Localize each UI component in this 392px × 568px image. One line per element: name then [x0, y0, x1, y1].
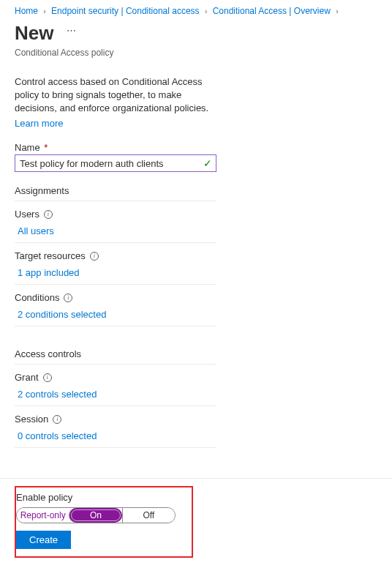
grant-value-link[interactable]: 2 controls selected	[15, 389, 97, 400]
chevron-right-icon: ›	[43, 7, 45, 15]
session-label-row: Session i	[15, 414, 216, 425]
page-subtitle: Conditional Access policy	[0, 48, 392, 58]
conditions-label: Conditions	[15, 292, 59, 303]
segment-on[interactable]: On	[69, 508, 121, 523]
section-access-controls: Access controls	[15, 348, 216, 365]
info-icon[interactable]: i	[90, 252, 99, 261]
access-session[interactable]: Session i 0 controls selected	[15, 414, 216, 448]
footer: Enable policy Report-only On Off Create	[0, 478, 392, 558]
info-icon[interactable]: i	[44, 210, 53, 219]
breadcrumb-link-conditional-access[interactable]: Conditional Access | Overview	[213, 6, 331, 16]
page-title: New	[15, 22, 53, 45]
required-marker: *	[44, 142, 48, 153]
assignment-users[interactable]: Users i All users	[15, 209, 216, 243]
users-label: Users	[15, 209, 39, 220]
create-button[interactable]: Create	[16, 531, 71, 549]
session-value-link[interactable]: 0 controls selected	[15, 430, 97, 441]
users-label-row: Users i	[15, 209, 216, 220]
name-input-wrap: ✓	[15, 154, 216, 172]
chevron-right-icon: ›	[336, 7, 338, 15]
learn-more-link[interactable]: Learn more	[15, 118, 63, 129]
target-label: Target resources	[15, 250, 86, 261]
breadcrumb: Home › Endpoint security | Conditional a…	[0, 0, 392, 16]
grant-label: Grant	[15, 372, 39, 383]
assignment-target-resources[interactable]: Target resources i 1 app included	[15, 250, 216, 285]
highlight-box: Enable policy Report-only On Off Create	[15, 486, 193, 558]
check-icon: ✓	[203, 157, 212, 169]
target-label-row: Target resources i	[15, 250, 216, 261]
more-actions-icon[interactable]: ⋯	[67, 25, 77, 36]
chevron-right-icon: ›	[205, 7, 207, 15]
grant-label-row: Grant i	[15, 372, 216, 383]
enable-policy-label: Enable policy	[16, 492, 186, 503]
section-assignments: Assignments	[15, 185, 216, 201]
intro-text: Control access based on Conditional Acce…	[15, 75, 219, 115]
segment-report-only[interactable]: Report-only	[17, 508, 69, 523]
session-label: Session	[15, 414, 48, 425]
breadcrumb-link-endpoint-security[interactable]: Endpoint security | Conditional access	[51, 6, 200, 16]
info-icon[interactable]: i	[43, 373, 52, 382]
users-value-link[interactable]: All users	[15, 225, 54, 236]
info-icon[interactable]: i	[53, 415, 61, 424]
access-grant[interactable]: Grant i 2 controls selected	[15, 372, 216, 406]
page-header: New ⋯	[0, 16, 392, 48]
name-label-text: Name	[15, 142, 40, 153]
conditions-label-row: Conditions i	[15, 292, 216, 303]
segment-off[interactable]: Off	[122, 508, 175, 523]
info-icon[interactable]: i	[64, 294, 72, 302]
conditions-value-link[interactable]: 2 conditions selected	[15, 309, 106, 320]
main-content: Control access based on Conditional Acce…	[0, 58, 234, 448]
name-input[interactable]	[15, 154, 216, 172]
enable-policy-toggle[interactable]: Report-only On Off	[16, 507, 176, 523]
target-value-link[interactable]: 1 app included	[15, 267, 80, 278]
name-label: Name *	[15, 142, 219, 153]
assignment-conditions[interactable]: Conditions i 2 conditions selected	[15, 292, 216, 326]
breadcrumb-link-home[interactable]: Home	[15, 6, 38, 16]
